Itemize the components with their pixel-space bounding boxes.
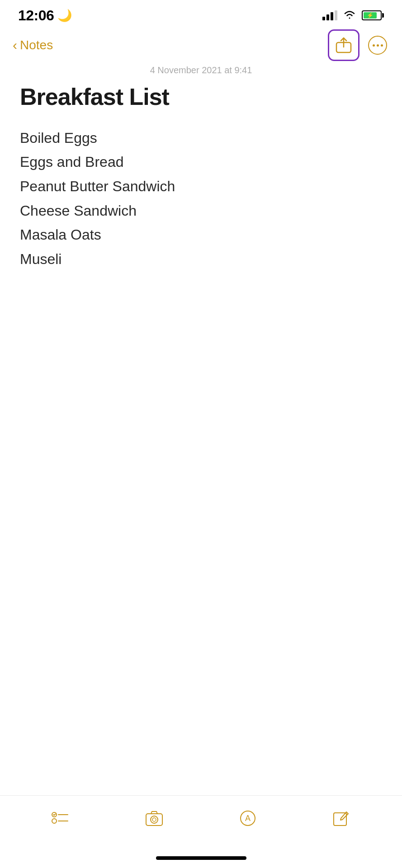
back-button[interactable]: ‹ Notes	[13, 38, 53, 53]
svg-point-6	[151, 816, 158, 823]
list-item: Cheese Sandwich	[20, 200, 382, 222]
list-item: Eggs and Bread	[20, 151, 382, 174]
camera-button[interactable]	[140, 804, 169, 833]
more-button[interactable]	[366, 33, 389, 57]
status-icons: ⚡	[322, 9, 384, 21]
bottom-toolbar: A	[0, 795, 402, 841]
chevron-left-icon: ‹	[13, 38, 17, 53]
home-indicator	[156, 856, 246, 860]
back-label: Notes	[20, 38, 53, 52]
battery-icon: ⚡	[362, 10, 384, 20]
more-icon	[368, 36, 387, 55]
svg-rect-5	[146, 814, 162, 826]
draw-button[interactable]: A	[233, 804, 262, 833]
list-item: Masala Oats	[20, 224, 382, 246]
checklist-button[interactable]	[46, 804, 75, 833]
list-item: Museli	[20, 248, 382, 271]
wifi-icon	[343, 9, 356, 21]
moon-icon: 🌙	[57, 9, 72, 23]
nav-actions	[328, 29, 389, 61]
share-button[interactable]	[332, 33, 355, 57]
note-title: Breakfast List	[20, 84, 382, 111]
share-button-highlight	[328, 29, 359, 61]
svg-point-7	[152, 818, 156, 821]
note-date: 4 November 2021 at 9:41	[0, 63, 402, 84]
note-content: Breakfast List Boiled Eggs Eggs and Brea…	[0, 84, 402, 288]
note-list: Boiled Eggs Eggs and Bread Peanut Butter…	[20, 127, 382, 271]
list-item: Boiled Eggs	[20, 127, 382, 150]
status-bar: 12:06 🌙 ⚡	[0, 0, 402, 27]
list-item: Peanut Butter Sandwich	[20, 175, 382, 198]
compose-button[interactable]	[327, 804, 356, 833]
svg-text:A: A	[245, 814, 251, 823]
nav-bar: ‹ Notes	[0, 27, 402, 63]
signal-icon	[322, 10, 337, 20]
status-time: 12:06	[18, 7, 54, 24]
svg-point-3	[52, 819, 57, 823]
